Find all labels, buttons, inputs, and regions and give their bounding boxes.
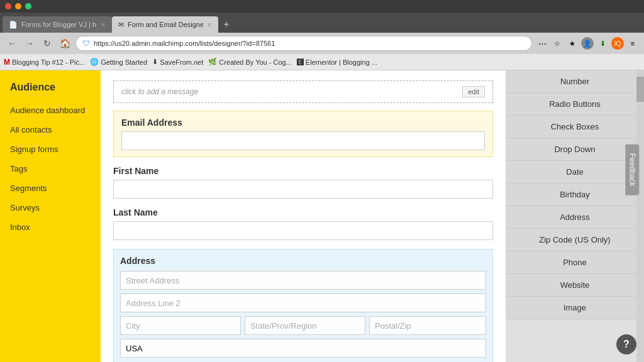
bookmark-3-icon: 🌿	[208, 58, 217, 66]
message-bar[interactable]: click to add a message edit	[113, 80, 493, 103]
browser-chrome	[0, 0, 644, 13]
address-fields: Address	[113, 249, 493, 362]
bookmark-2-icon: ⬇	[152, 58, 158, 66]
sidebar-item-tags[interactable]: Tags	[0, 159, 101, 178]
sidebar-item-signup-forms[interactable]: Signup forms	[0, 140, 101, 159]
message-placeholder: click to add a message	[121, 87, 198, 96]
bookmarks-bar: M Blogging Tip #12 - Pic... 🌐 Getting St…	[0, 54, 644, 70]
sidebar-item-inbox[interactable]: Inbox	[0, 217, 101, 237]
tab-1[interactable]: 📄 Forms for Blogger VJ | h... ✕	[3, 16, 112, 33]
right-panel-item-date[interactable]: Date	[506, 161, 644, 184]
address-label: Address	[120, 256, 486, 266]
pocket-icon[interactable]: ☆	[551, 37, 564, 50]
sidebar-item-audience-dashboard[interactable]: Audience dashboard	[0, 101, 101, 120]
bookmark-4[interactable]: 🅴 Elementor | Blogging ...	[297, 58, 377, 66]
bookmark-1-icon: 🌐	[90, 58, 99, 66]
right-panel-item-drop-down[interactable]: Drop Down	[506, 138, 644, 161]
home-button[interactable]: 🏠	[58, 36, 72, 50]
feedback-tab[interactable]: Feedback	[626, 145, 640, 195]
forward-button[interactable]: →	[23, 36, 36, 50]
menu-icon[interactable]: ≡	[626, 37, 639, 50]
sidebar-title: Audience	[0, 77, 101, 101]
browser-toolbar: ⋯ ☆ ★ 👤 ⬇ IQ ≡	[536, 37, 639, 50]
bookmark-3-label: Created By You - Cog...	[219, 58, 292, 66]
help-button[interactable]: ?	[616, 334, 636, 354]
address-line2-input[interactable]	[120, 293, 486, 312]
bookmark-0-label: Blogging Tip #12 - Pic...	[12, 58, 85, 66]
tab-1-favicon: 📄	[9, 21, 18, 29]
close-window-btn[interactable]	[5, 3, 11, 9]
extensions-icon[interactable]: ⋯	[536, 37, 548, 50]
right-panel-item-radio-buttons[interactable]: Radio Buttons	[506, 93, 644, 116]
new-tab-button[interactable]: +	[218, 16, 235, 33]
state-input[interactable]	[245, 316, 365, 335]
bookmark-2[interactable]: ⬇ SaveFrom.net	[152, 58, 203, 66]
shield-icon: 🛡	[82, 39, 90, 48]
reload-button[interactable]: ↻	[40, 36, 54, 50]
main-layout: Audience Audience dashboard All contacts…	[0, 70, 644, 362]
firefox-account-icon[interactable]: IQ	[611, 37, 624, 50]
bookmark-2-label: SaveFrom.net	[160, 58, 203, 66]
tab-2-favicon: ✉	[118, 21, 124, 29]
bookmark-3[interactable]: 🌿 Created By You - Cog...	[208, 58, 292, 66]
last-name-label: Last Name	[113, 207, 493, 217]
bookmark-0[interactable]: M Blogging Tip #12 - Pic...	[4, 58, 85, 67]
address-section: hidden hidden hidden hidden hidden hidde…	[113, 249, 493, 362]
sync-icon[interactable]: 👤	[581, 37, 594, 50]
bookmark-1-label: Getting Started	[101, 58, 147, 66]
first-name-field-group: First Name	[113, 166, 493, 199]
right-panel-item-number[interactable]: Number	[506, 70, 644, 93]
email-field-group: Email Address	[113, 111, 493, 157]
sidebar-item-all-contacts[interactable]: All contacts	[0, 120, 101, 140]
right-panel-item-zip-code[interactable]: Zip Code (US Only)	[506, 229, 644, 251]
sidebar-item-segments[interactable]: Segments	[0, 178, 101, 198]
bookmark-4-icon: 🅴	[297, 58, 304, 66]
right-panel-item-image[interactable]: Image	[506, 297, 644, 319]
sidebar: Audience Audience dashboard All contacts…	[0, 70, 101, 362]
edit-button[interactable]: edit	[462, 86, 485, 97]
minimize-window-btn[interactable]	[15, 3, 21, 9]
download-icon[interactable]: ⬇	[596, 37, 609, 50]
url-bar[interactable]: 🛡 https://us20.admin.mailchimp.com/lists…	[75, 36, 532, 51]
right-panel-item-address[interactable]: Address	[506, 206, 644, 229]
city-input[interactable]	[120, 316, 241, 335]
last-name-input[interactable]	[113, 221, 493, 240]
address-city-row	[120, 316, 486, 335]
scrollbar-track[interactable]	[636, 70, 644, 362]
last-name-field-group: Last Name	[113, 207, 493, 240]
scrollbar-thumb[interactable]	[636, 77, 644, 102]
tab-2[interactable]: ✉ Form and Email Designer | Ma... ✕	[112, 16, 218, 33]
bookmark-star-icon[interactable]: ★	[566, 37, 579, 50]
right-panel-item-website[interactable]: Website	[506, 274, 644, 297]
form-designer: click to add a message edit Email Addres…	[101, 70, 506, 362]
sidebar-item-surveys[interactable]: Surveys	[0, 198, 101, 217]
url-text: https://us20.admin.mailchimp.com/lists/d…	[94, 40, 525, 47]
right-panel-item-phone[interactable]: Phone	[506, 251, 644, 274]
right-panel: Number Radio Buttons Check Boxes Drop Do…	[506, 70, 644, 362]
tab-2-close-icon[interactable]: ✕	[207, 21, 212, 28]
email-label: Email Address	[121, 118, 485, 128]
address-bar: ← → ↻ 🏠 🛡 https://us20.admin.mailchimp.c…	[0, 33, 644, 54]
country-input[interactable]	[120, 339, 486, 358]
email-input[interactable]	[121, 131, 485, 150]
tab-bar: 📄 Forms for Blogger VJ | h... ✕ ✉ Form a…	[0, 13, 644, 33]
bookmark-0-icon: M	[4, 58, 10, 67]
zip-input[interactable]	[369, 316, 486, 335]
bookmark-1[interactable]: 🌐 Getting Started	[90, 58, 147, 66]
tab-2-title: Form and Email Designer | Ma...	[128, 21, 203, 28]
first-name-input[interactable]	[113, 180, 493, 199]
bookmark-4-label: Elementor | Blogging ...	[306, 58, 377, 66]
tab-1-title: Forms for Blogger VJ | h...	[21, 21, 97, 28]
tab-1-close-icon[interactable]: ✕	[101, 21, 106, 28]
maximize-window-btn[interactable]	[25, 3, 31, 9]
right-panel-item-check-boxes[interactable]: Check Boxes	[506, 116, 644, 138]
back-button[interactable]: ←	[5, 36, 19, 50]
content-area: click to add a message edit Email Addres…	[101, 70, 506, 362]
right-panel-item-birthday[interactable]: Birthday	[506, 184, 644, 206]
first-name-label: First Name	[113, 166, 493, 176]
street-address-input[interactable]	[120, 271, 486, 290]
